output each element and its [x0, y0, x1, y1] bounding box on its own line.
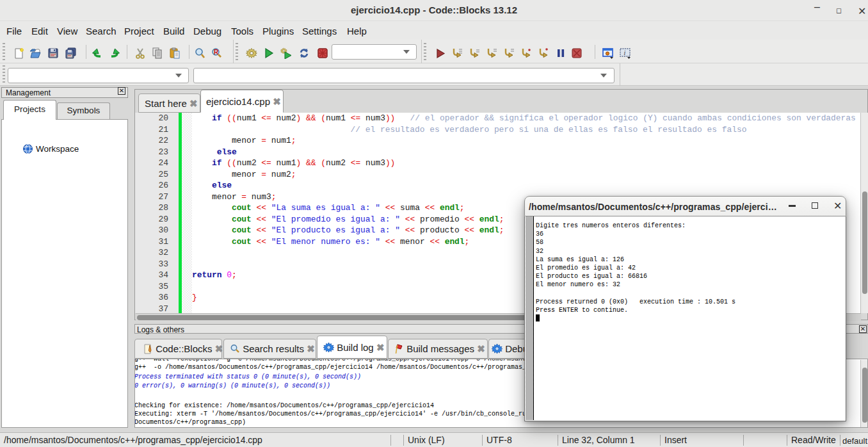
- svg-text:i: i: [624, 49, 626, 56]
